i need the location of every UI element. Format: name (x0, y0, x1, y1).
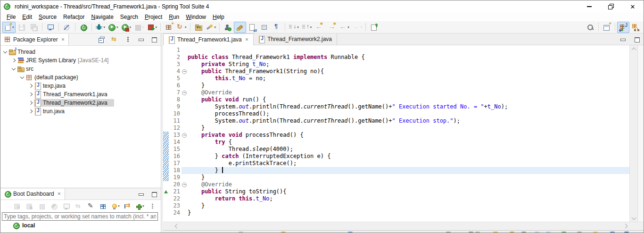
new-java-project-button[interactable]: + (163, 22, 175, 33)
run-button[interactable]: ▾ (107, 22, 120, 33)
bd-link-selection-button[interactable]: ⇆ (72, 200, 84, 212)
code-line[interactable]: 24} (163, 209, 644, 216)
java-perspective-button[interactable]: J (617, 22, 629, 33)
new-wizard-button[interactable]: +▾ (2, 22, 16, 33)
block-selection-button[interactable] (258, 22, 271, 33)
dropdown-arrow-icon[interactable]: ▾ (310, 25, 312, 29)
tree-row-src[interactable]: src (0, 65, 161, 73)
overview-ruler[interactable] (637, 45, 644, 222)
menu-file[interactable]: File (3, 13, 19, 21)
code-line[interactable]: 11 System.out.println(Thread.currentThre… (163, 117, 644, 125)
dropdown-arrow-icon[interactable]: ▾ (297, 25, 299, 29)
tree-row-thread-framework2-java[interactable]: JThread_Framework2.java (0, 99, 161, 107)
back-history-button[interactable]: ←▾ (338, 22, 351, 33)
dropdown-arrow-icon[interactable]: ▾ (142, 204, 144, 208)
boot-target-local[interactable]: local (0, 221, 161, 230)
open-perspective-button[interactable]: + (601, 22, 613, 33)
expand-icon[interactable] (29, 109, 33, 113)
collapse-icon[interactable] (12, 67, 16, 70)
code-line[interactable]: 5 this.t_No = no; (163, 75, 644, 82)
open-task-button[interactable] (222, 22, 234, 33)
debug-button[interactable]: ▾ (94, 22, 107, 33)
maximize-button[interactable] (630, 33, 643, 45)
minimize-button[interactable] (578, 0, 600, 13)
code-line[interactable]: 6 } (163, 82, 644, 89)
code-line[interactable]: 22 return this.t_No; (163, 195, 644, 202)
collapse-icon[interactable] (20, 75, 24, 79)
forward-history-button[interactable]: →▾ (351, 22, 364, 33)
dropdown-arrow-icon[interactable]: ▾ (156, 25, 157, 29)
spring-perspective-button[interactable] (629, 22, 642, 33)
scroll-left-icon[interactable] (174, 224, 178, 228)
menu-run[interactable]: Run (165, 13, 182, 21)
dropdown-arrow-icon[interactable]: ▾ (215, 25, 216, 29)
code-line[interactable]: 20 @Override (163, 181, 644, 188)
profile-button[interactable]: ▾ (120, 22, 133, 33)
bd-filter-button[interactable]: ⇉ (121, 200, 133, 212)
tree-row-texp-java[interactable]: Jtexp.java (0, 82, 161, 90)
expand-icon[interactable] (29, 101, 33, 105)
minimize-button[interactable] (616, 33, 628, 45)
save-all-button[interactable] (28, 22, 40, 33)
bd-show-hints-button[interactable]: ▾ (109, 200, 121, 212)
code-line[interactable]: 18 } (163, 167, 644, 174)
close-view-icon[interactable]: ✕ (61, 37, 65, 42)
code-line[interactable]: 16 } catch (InterruptedException e) { (163, 153, 644, 160)
dropdown-arrow-icon[interactable]: ▾ (104, 25, 106, 29)
boot-dashboard-tab[interactable]: Boot Dashboard ✕ (0, 189, 65, 200)
view-menu-button[interactable] (121, 33, 133, 45)
pin-editor-button[interactable] (368, 22, 380, 33)
expand-icon[interactable] (29, 92, 33, 96)
dropdown-arrow-icon[interactable]: ▾ (347, 25, 349, 29)
code-line[interactable]: 14 try { (163, 139, 644, 146)
bd-open-properties-button[interactable] (97, 200, 109, 212)
code-line[interactable]: 8 public void run() { (163, 96, 644, 103)
bd-add-target-button[interactable]: ▾ (133, 200, 146, 212)
code-line[interactable]: 2public class Thread_Framework1 implemen… (163, 54, 644, 61)
code-line[interactable]: 23 } (163, 202, 644, 209)
code-line[interactable]: 1 (163, 47, 644, 54)
close-button[interactable]: ✕ (622, 0, 644, 13)
dropdown-arrow-icon[interactable]: ▾ (185, 25, 187, 29)
expand-icon[interactable] (29, 84, 33, 88)
menu-search[interactable]: Search (117, 13, 141, 21)
tree-row-trun-java[interactable]: Jtrun.java (0, 107, 161, 116)
maximize-button[interactable] (148, 33, 160, 45)
close-view-icon[interactable]: ✕ (58, 191, 61, 196)
code-line[interactable]: 19 } (163, 174, 644, 181)
previous-annotation-button[interactable]: ↑▾ (300, 22, 314, 33)
run-last-button[interactable]: ▾ (146, 22, 159, 33)
close-tab-icon[interactable]: ✕ (245, 37, 249, 42)
code-line[interactable]: 21 public String toString(){ (163, 188, 644, 195)
show-source-element-button[interactable]: ⇄ (246, 22, 258, 33)
scroll-up-icon[interactable] (632, 47, 636, 51)
tree-row-thread-framework1-java[interactable]: JThread_Framework1.java (0, 90, 161, 99)
code-line[interactable]: 17 e.printStackTrace(); (163, 160, 644, 167)
menu-refactor[interactable]: Refactor (60, 13, 88, 21)
menu-edit[interactable]: Edit (19, 13, 35, 21)
code-line[interactable]: 3 private String t_No; (163, 61, 644, 68)
tree-row-jre-system-library[interactable]: JRE System Library[JavaSE-14] (0, 56, 161, 65)
save-button[interactable] (16, 22, 28, 33)
boot-restart-button[interactable] (77, 22, 90, 33)
restore-button[interactable] (600, 0, 622, 13)
vertical-scrollbar[interactable] (629, 45, 638, 222)
maximize-button[interactable] (148, 188, 160, 200)
dropdown-arrow-icon[interactable]: ▾ (12, 25, 14, 29)
editor-tab-thread-framework2-java[interactable]: JThread_Framework2.java (254, 33, 337, 45)
bd-open-config-button[interactable]: ✎ (84, 200, 97, 212)
bd-view-menu-button[interactable] (146, 200, 158, 212)
menu-help[interactable]: Help (209, 13, 228, 21)
fold-collapse-icon[interactable] (182, 69, 187, 74)
skip-breakpoints-button[interactable] (61, 22, 73, 33)
menu-source[interactable]: Source (35, 13, 60, 21)
dropdown-arrow-icon[interactable]: ▾ (361, 25, 363, 29)
dropdown-arrow-icon[interactable]: ▾ (142, 25, 144, 29)
editor-tab-thread-framework1-java[interactable]: JThread_Framework1.java✕ (163, 33, 254, 45)
scroll-down-icon[interactable] (632, 216, 636, 220)
next-edit-location-button[interactable]: →✱ (325, 22, 338, 33)
quick-search-button[interactable] (584, 22, 596, 33)
code-line[interactable]: 4 public Thread_Framework1(String no){ (163, 68, 644, 75)
fold-collapse-icon[interactable] (182, 133, 187, 138)
bd-debug-button[interactable] (23, 200, 35, 212)
